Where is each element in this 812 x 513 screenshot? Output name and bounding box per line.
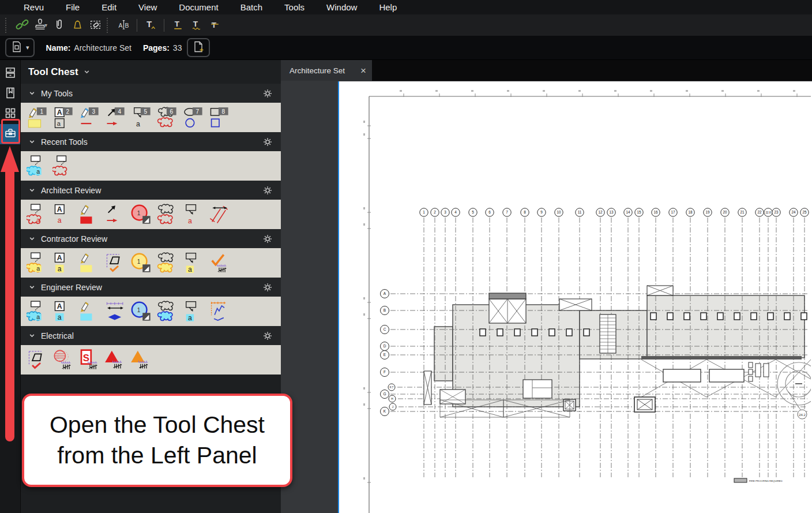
- section-header-engineer-review[interactable]: Engineer Review: [21, 278, 281, 297]
- section-tools-electrical: S: [21, 345, 281, 375]
- tool-sequence[interactable]: 1: [130, 250, 153, 276]
- section-settings-gear-icon[interactable]: [263, 283, 272, 292]
- svg-text:A: A: [57, 302, 62, 310]
- tool-cloud[interactable]: [156, 201, 179, 228]
- tool-callout-5[interactable]: a5: [130, 104, 153, 131]
- tool-arrow-4[interactable]: 4: [104, 104, 127, 131]
- svg-text:a: a: [188, 314, 192, 322]
- section-tools-architect-review: aAa1a: [21, 200, 281, 229]
- section-settings-gear-icon[interactable]: [263, 234, 272, 244]
- tool-callout[interactable]: a: [182, 250, 205, 276]
- tool-cloud-callout[interactable]: a: [26, 250, 49, 276]
- tool-arrow[interactable]: [104, 201, 127, 228]
- attachment-icon[interactable]: [50, 17, 68, 34]
- section-header-architect-review[interactable]: Architect Review: [21, 181, 281, 200]
- toolbar-drag-handle[interactable]: [107, 18, 110, 33]
- compare-ab-icon[interactable]: AB: [114, 17, 133, 34]
- bookmarks-icon: [3, 86, 17, 102]
- tool-pen-3[interactable]: 3: [78, 104, 101, 131]
- tool-ellipse-7[interactable]: 7: [182, 104, 205, 131]
- add-page-icon: [192, 40, 205, 55]
- tool-highlighter-1[interactable]: 1: [26, 104, 49, 131]
- menu-edit[interactable]: Edit: [91, 0, 127, 14]
- squiggly-underline-text-icon[interactable]: T: [187, 17, 205, 34]
- tool-count-s[interactable]: S: [78, 347, 101, 373]
- tool-text-box-2[interactable]: Aa2: [52, 104, 75, 131]
- tool-cloud-callout[interactable]: [52, 153, 75, 179]
- menu-help[interactable]: Help: [368, 0, 408, 14]
- section-header-my-tools[interactable]: My Tools: [21, 84, 281, 103]
- tool-count-circle[interactable]: [52, 347, 75, 373]
- strikethrough-text-icon[interactable]: T: [205, 17, 224, 34]
- pdf-page[interactable]: FIRE PROOFING REQUIRED24.212345678910111…: [338, 81, 812, 513]
- tool-count-triangle[interactable]: [130, 347, 153, 373]
- svg-text:a: a: [36, 265, 40, 272]
- close-icon[interactable]: ×: [360, 66, 366, 76]
- tab-architecture-set[interactable]: Architecture Set ×: [281, 60, 372, 81]
- svg-text:a: a: [36, 168, 40, 175]
- stamp-icon[interactable]: ▾: [31, 17, 50, 34]
- svg-text:22.8: 22.8: [766, 211, 771, 214]
- tool-count-triangle[interactable]: [104, 347, 127, 373]
- section-settings-gear-icon[interactable]: [263, 186, 272, 195]
- tool-cloud-6[interactable]: 6: [156, 104, 179, 131]
- insert-text-icon[interactable]: T: [141, 17, 160, 34]
- section-header-recent-tools[interactable]: Recent Tools: [21, 132, 281, 151]
- menu-file[interactable]: File: [55, 0, 91, 14]
- document-bar: ▾ Name: Architecture Set Pages: 33: [0, 36, 812, 60]
- bell-icon[interactable]: [68, 17, 87, 34]
- tool-area-measure[interactable]: [104, 250, 127, 276]
- tool-cloud-callout[interactable]: a: [26, 153, 49, 179]
- page-thumbnail-button[interactable]: ▾: [5, 38, 35, 57]
- chevron-down-icon[interactable]: [29, 186, 35, 195]
- tool-chest-header[interactable]: Tool Chest: [21, 60, 281, 84]
- tool-highlighter[interactable]: [78, 250, 101, 276]
- section-header-contractor-review[interactable]: Contractor Review: [21, 229, 281, 248]
- section-settings-gear-icon[interactable]: [263, 89, 272, 98]
- underline-text-icon[interactable]: T: [168, 17, 187, 34]
- tool-sequence[interactable]: 1: [130, 298, 153, 325]
- svg-text:A: A: [57, 205, 62, 213]
- tool-measure-check[interactable]: [208, 250, 231, 276]
- tool-text-box[interactable]: Aa: [52, 298, 75, 325]
- svg-text:8: 8: [524, 210, 526, 214]
- tool-rectangle-8[interactable]: 8: [208, 104, 231, 131]
- section-settings-gear-icon[interactable]: [263, 137, 272, 147]
- tool-callout[interactable]: a: [182, 201, 205, 228]
- tool-callout[interactable]: a: [182, 298, 205, 325]
- chevron-down-icon[interactable]: [29, 137, 35, 147]
- chevron-down-icon[interactable]: [29, 234, 35, 244]
- add-page-button[interactable]: [187, 38, 210, 57]
- tool-text-box[interactable]: Aa: [52, 201, 75, 228]
- tool-polyline[interactable]: [208, 298, 231, 325]
- menu-view[interactable]: View: [127, 0, 168, 14]
- menu-tools[interactable]: Tools: [273, 0, 315, 14]
- chevron-down-icon[interactable]: [29, 283, 35, 292]
- sidebar-item-file-access[interactable]: [0, 63, 20, 84]
- snapshot-link-icon[interactable]: [87, 17, 105, 34]
- chevron-down-icon[interactable]: [29, 331, 35, 340]
- tool-sequence[interactable]: 1: [130, 201, 153, 228]
- tool-cloud-callout[interactable]: a: [26, 201, 49, 228]
- tool-dimension[interactable]: [208, 201, 231, 228]
- tool-cloud-callout[interactable]: a: [26, 298, 49, 325]
- tool-highlighter[interactable]: [78, 201, 101, 228]
- chevron-down-icon[interactable]: [29, 89, 35, 98]
- tool-cloud[interactable]: [156, 298, 179, 325]
- tool-area-measure[interactable]: [26, 347, 49, 373]
- toolbar-drag-handle[interactable]: [5, 18, 9, 33]
- tool-cloud[interactable]: [156, 250, 179, 276]
- svg-text:3: 3: [92, 108, 95, 114]
- menu-window[interactable]: Window: [315, 0, 368, 14]
- tool-length[interactable]: [104, 298, 127, 325]
- menu-batch[interactable]: Batch: [230, 0, 273, 14]
- drawing-viewport[interactable]: FIRE PROOFING REQUIRED24.212345678910111…: [281, 81, 812, 513]
- menu-revu[interactable]: Revu: [13, 0, 55, 14]
- hyperlink-icon[interactable]: [13, 17, 31, 34]
- section-header-electrical[interactable]: Electrical: [21, 326, 281, 345]
- section-settings-gear-icon[interactable]: [263, 331, 272, 340]
- sidebar-item-bookmarks[interactable]: [0, 84, 20, 104]
- tool-highlighter[interactable]: [78, 298, 101, 325]
- tool-text-box[interactable]: Aa: [52, 250, 75, 276]
- menu-document[interactable]: Document: [168, 0, 229, 14]
